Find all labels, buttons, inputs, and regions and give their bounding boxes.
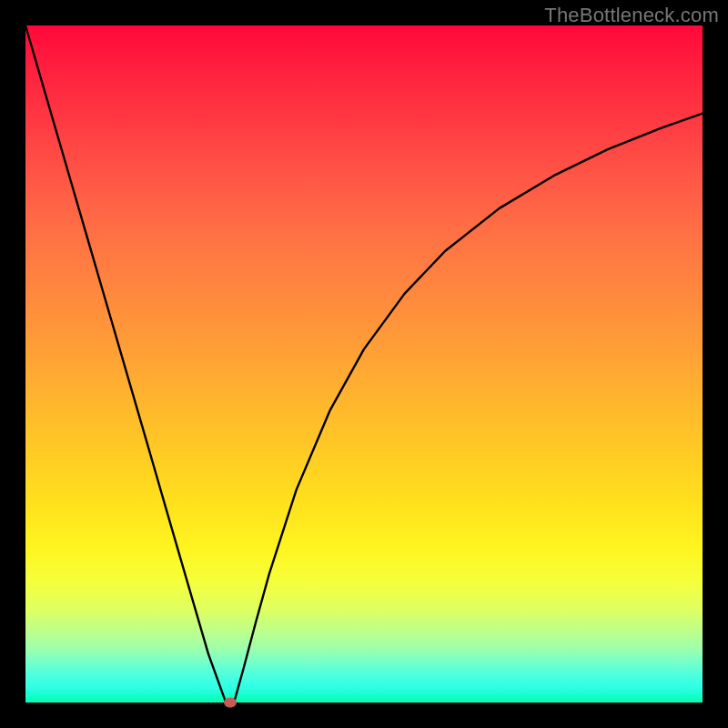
- curve-path: [25, 25, 703, 703]
- chart-frame: TheBottleneck.com: [0, 0, 728, 728]
- watermark-text: TheBottleneck.com: [544, 4, 719, 27]
- plot-area: [25, 25, 703, 703]
- minimum-marker: [224, 698, 237, 708]
- curve-svg: [25, 25, 703, 703]
